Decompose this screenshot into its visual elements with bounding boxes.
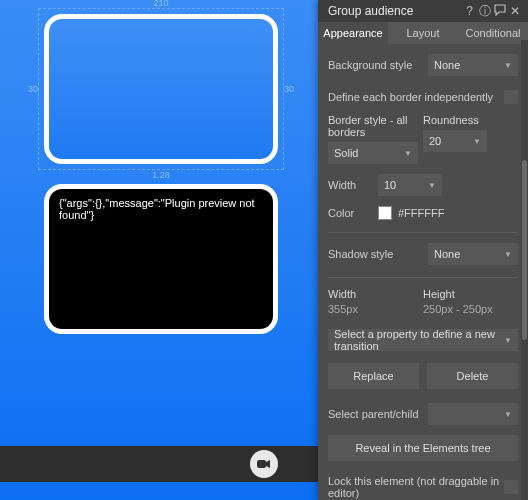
comment-icon[interactable]	[492, 4, 507, 19]
bg-style-label: Background style	[328, 59, 428, 71]
roundness-value: 20	[429, 135, 441, 147]
divider	[328, 232, 518, 233]
video-inner	[49, 19, 273, 159]
lock-checkbox[interactable]	[504, 480, 518, 494]
color-value: #FFFFFF	[398, 207, 444, 219]
chevron-down-icon: ▼	[404, 149, 412, 158]
video-element-top[interactable]	[44, 14, 278, 164]
border-width-value: 10	[384, 179, 396, 191]
chevron-down-icon: ▼	[428, 181, 436, 190]
transition-label: Select a property to define a new transi…	[334, 328, 512, 352]
tab-layout[interactable]: Layout	[388, 22, 458, 44]
plugin-error-text: {"args":{},"message":"Plugin preview not…	[59, 197, 255, 221]
svg-rect-0	[257, 460, 266, 468]
property-panel: Group audience ? ⓘ ✕ Appearance Layout C…	[318, 0, 528, 500]
selection-margin-right: 30	[284, 84, 294, 94]
shadow-value: None	[434, 248, 460, 260]
chevron-down-icon: ▼	[504, 336, 512, 345]
panel-tabs: Appearance Layout Conditional	[318, 22, 528, 44]
roundness-select[interactable]: 20 ▼	[423, 130, 487, 152]
camera-icon	[257, 456, 271, 472]
dim-width-value: 355px	[328, 303, 423, 315]
selection-width-label: 210	[153, 0, 168, 8]
transition-select[interactable]: Select a property to define a new transi…	[328, 329, 518, 351]
panel-body: Background style None ▼ Define each bord…	[318, 44, 528, 500]
bg-style-value: None	[434, 59, 460, 71]
tab-conditional[interactable]: Conditional	[458, 22, 528, 44]
border-style-select[interactable]: Solid ▼	[328, 142, 418, 164]
reveal-button[interactable]: Reveal in the Elements tree	[328, 435, 518, 461]
camera-button[interactable]	[250, 450, 278, 478]
lock-label: Lock this element (not draggable in edit…	[328, 475, 504, 499]
chevron-down-icon: ▼	[504, 410, 512, 419]
close-icon[interactable]: ✕	[507, 4, 522, 18]
video-element-bottom[interactable]: {"args":{},"message":"Plugin preview not…	[44, 184, 278, 334]
info-icon[interactable]: ⓘ	[477, 3, 492, 20]
chevron-down-icon: ▼	[504, 250, 512, 259]
dim-height-label: Height	[423, 288, 518, 300]
border-width-select[interactable]: 10 ▼	[378, 174, 442, 196]
panel-scrollbar[interactable]	[521, 40, 528, 500]
define-border-checkbox[interactable]	[504, 90, 518, 104]
delete-button[interactable]: Delete	[427, 363, 518, 389]
help-icon[interactable]: ?	[462, 4, 477, 18]
plugin-error-box: {"args":{},"message":"Plugin preview not…	[49, 189, 273, 329]
divider	[328, 277, 518, 278]
chevron-down-icon: ▼	[504, 61, 512, 70]
color-swatch[interactable]	[378, 206, 392, 220]
roundness-label: Roundness	[423, 114, 518, 126]
shadow-select[interactable]: None ▼	[428, 243, 518, 265]
tab-appearance[interactable]: Appearance	[318, 22, 388, 44]
define-border-label: Define each border independently	[328, 91, 504, 103]
shadow-label: Shadow style	[328, 248, 428, 260]
panel-title: Group audience	[328, 4, 462, 18]
border-style-value: Solid	[334, 147, 358, 159]
color-label: Color	[328, 207, 378, 219]
panel-header[interactable]: Group audience ? ⓘ ✕	[318, 0, 528, 22]
replace-button[interactable]: Replace	[328, 363, 419, 389]
scrollbar-thumb[interactable]	[522, 160, 527, 340]
selection-scale-label: 1.28	[152, 170, 170, 180]
select-parent-select[interactable]: ▼	[428, 403, 518, 425]
dim-width-label: Width	[328, 288, 423, 300]
selection-margin-left: 30	[28, 84, 38, 94]
select-parent-label: Select parent/child	[328, 408, 428, 420]
dim-height-value: 250px - 250px	[423, 303, 518, 315]
chevron-down-icon: ▼	[473, 137, 481, 146]
border-width-label: Width	[328, 179, 378, 191]
bg-style-select[interactable]: None ▼	[428, 54, 518, 76]
border-style-label: Border style - all borders	[328, 114, 423, 138]
